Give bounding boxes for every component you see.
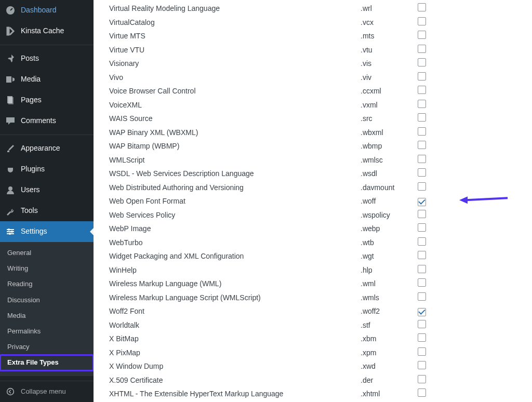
filetype-row: XHTML - The Extensible HyperText Markup … — [109, 387, 522, 401]
filetype-ext: .wml — [361, 279, 418, 289]
sidebar-item-plugins[interactable]: Plugins — [0, 159, 94, 180]
filetype-name: Web Distributed Authoring and Versioning — [109, 183, 361, 193]
sidebar-item-label: Kinsta Cache — [21, 26, 89, 36]
filetype-name: Worldtalk — [109, 320, 361, 331]
filetype-checkbox[interactable] — [418, 86, 426, 94]
filetype-checkbox[interactable] — [418, 31, 426, 39]
filetype-name: WAIS Source — [109, 114, 361, 124]
filetype-checkbox[interactable] — [418, 223, 426, 232]
filetype-row: VoiceXML.vxml — [109, 99, 522, 113]
sidebar-item-tools[interactable]: Tools — [0, 200, 94, 221]
brush-icon — [5, 143, 16, 154]
submenu-item-privacy[interactable]: Privacy — [0, 339, 94, 355]
filetype-ext: .wtb — [361, 238, 418, 248]
filetype-row: X BitMap.xbm — [109, 332, 522, 346]
filetype-checkbox[interactable] — [418, 198, 426, 206]
sliders-icon — [5, 226, 16, 237]
filetype-name: XHTML - The Extensible HyperText Markup … — [109, 389, 361, 399]
sidebar-item-label: Comments — [21, 116, 89, 126]
submenu-item-general[interactable]: General — [0, 245, 94, 261]
filetype-ext: .viv — [361, 73, 418, 83]
filetype-row: X PixMap.xpm — [109, 346, 522, 360]
filetype-ext: .der — [361, 376, 418, 386]
sidebar-item-comments[interactable]: Comments — [0, 111, 94, 131]
filetype-name: VirtualCatalog — [109, 18, 361, 28]
filetype-name: Widget Packaging and XML Configuration — [109, 251, 361, 262]
filetype-checkbox[interactable] — [418, 45, 426, 53]
filetype-row: X.509 Certificate.der — [109, 374, 522, 388]
filetype-row: WMLScript.wmlsc — [109, 154, 522, 168]
collapse-menu-button[interactable]: Collapse menu — [0, 381, 94, 402]
sidebar-item-posts[interactable]: Posts — [0, 48, 94, 69]
filetype-row: Web Services Policy.wspolicy — [109, 209, 522, 223]
filetype-checkbox[interactable] — [418, 265, 426, 273]
collapse-menu-label: Collapse menu — [21, 387, 66, 396]
sidebar-item-label: Users — [21, 185, 89, 195]
sidebar-item-label: Plugins — [21, 164, 89, 175]
filetype-checkbox[interactable] — [418, 141, 426, 149]
filetype-checkbox[interactable] — [418, 388, 426, 397]
filetype-row: WebP Image.webp — [109, 222, 522, 236]
filetype-checkbox[interactable] — [418, 375, 426, 383]
filetype-row: Woff2 Font.woff2 — [109, 305, 522, 319]
filetype-ext: .xwd — [361, 361, 418, 372]
sidebar-item-dashboard[interactable]: Dashboard — [0, 0, 94, 21]
filetype-checkbox[interactable] — [418, 72, 426, 81]
filetype-checkbox[interactable] — [418, 182, 426, 191]
filetype-ext: .stf — [361, 320, 418, 331]
submenu-item-extra-file-types[interactable]: Extra File Types — [0, 355, 94, 370]
sidebar-item-users[interactable]: Users — [0, 180, 94, 200]
filetype-checkbox[interactable] — [418, 100, 426, 108]
main-content: Virtual Reality Modeling Language.wrlVir… — [94, 0, 532, 402]
filetype-checkbox[interactable] — [418, 292, 426, 301]
filetype-ext: .wbmp — [361, 141, 418, 152]
filetype-row: WinHelp.hlp — [109, 264, 522, 278]
pages-icon — [5, 95, 16, 105]
filetype-checkbox[interactable] — [418, 237, 426, 246]
filetype-ext: .wspolicy — [361, 210, 418, 221]
filetype-name: Visionary — [109, 59, 361, 69]
sidebar-item-settings[interactable]: Settings — [0, 221, 94, 242]
sidebar-item-label: Posts — [21, 53, 89, 64]
filetype-checkbox[interactable] — [418, 168, 426, 177]
filetype-checkbox[interactable] — [418, 58, 426, 66]
filetype-checkbox[interactable] — [418, 3, 426, 11]
filetype-ext: .vxml — [361, 100, 418, 111]
sidebar-item-label: Dashboard — [21, 5, 89, 16]
filetype-checkbox[interactable] — [418, 251, 426, 259]
filetype-checkbox[interactable] — [418, 210, 426, 218]
filetype-ext: .vtu — [361, 45, 418, 56]
filetype-checkbox[interactable] — [418, 308, 426, 316]
filetype-name: Woff2 Font — [109, 306, 361, 317]
sidebar-item-kinsta-cache[interactable]: Kinsta Cache — [0, 21, 94, 42]
submenu-item-reading[interactable]: Reading — [0, 276, 94, 292]
filetype-row: Wireless Markup Language Script (WMLScri… — [109, 291, 522, 305]
filetype-checkbox[interactable] — [418, 127, 426, 136]
submenu-item-discussion[interactable]: Discussion — [0, 292, 94, 308]
filetype-checkbox[interactable] — [418, 361, 426, 369]
filetype-row: X Window Dump.xwd — [109, 360, 522, 374]
wrench-icon — [5, 206, 16, 216]
filetype-ext: .xbm — [361, 334, 418, 344]
settings-submenu: GeneralWritingReadingDiscussionMediaPerm… — [0, 242, 94, 376]
filetype-checkbox[interactable] — [418, 278, 426, 287]
filetype-ext: .woff — [361, 196, 418, 207]
filetype-checkbox[interactable] — [418, 347, 426, 356]
filetype-ext: .wgt — [361, 251, 418, 262]
sidebar-item-pages[interactable]: Pages — [0, 90, 94, 111]
svg-line-1 — [466, 198, 508, 200]
submenu-item-writing[interactable]: Writing — [0, 261, 94, 276]
filetype-name: Vivo — [109, 73, 361, 83]
sidebar-item-appearance[interactable]: Appearance — [0, 138, 94, 159]
submenu-item-media[interactable]: Media — [0, 308, 94, 324]
filetype-row: Vivo.viv — [109, 71, 522, 85]
filetype-name: WMLScript — [109, 155, 361, 166]
filetype-checkbox[interactable] — [418, 320, 426, 328]
dashboard-icon — [5, 5, 16, 16]
filetype-checkbox[interactable] — [418, 113, 426, 122]
filetype-checkbox[interactable] — [418, 155, 426, 163]
sidebar-item-media[interactable]: Media — [0, 69, 94, 90]
filetype-checkbox[interactable] — [418, 333, 426, 342]
submenu-item-permalinks[interactable]: Permalinks — [0, 324, 94, 339]
filetype-checkbox[interactable] — [418, 17, 426, 25]
